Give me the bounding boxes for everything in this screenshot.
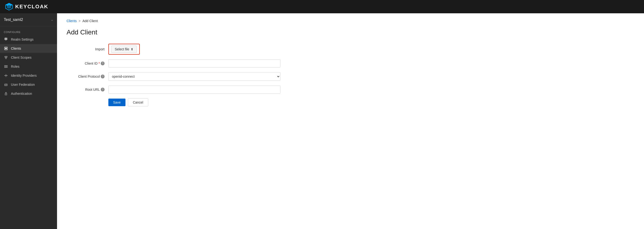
- svg-rect-8: [4, 65, 8, 66]
- logo-text: KEYCLOAK: [15, 4, 48, 10]
- client-scopes-icon: [4, 55, 8, 60]
- root-url-label: Root URL ?: [66, 88, 104, 92]
- import-row: Import Select file ⬆: [66, 44, 280, 55]
- svg-marker-12: [4, 75, 5, 76]
- breadcrumb: Clients > Add Client: [66, 19, 634, 23]
- page-title: Add Client: [66, 28, 634, 36]
- breadcrumb-separator: >: [79, 19, 80, 23]
- upload-icon: ⬆: [131, 48, 133, 51]
- client-protocol-row: Client Protocol ? openid-connect saml: [66, 72, 280, 81]
- sidebar-item-clients-label: Clients: [11, 46, 21, 50]
- svg-point-16: [4, 84, 7, 84]
- client-id-help-icon[interactable]: ?: [101, 62, 104, 65]
- form-buttons: Save Cancel: [108, 98, 280, 106]
- realm-chevron-icon: ⌄: [51, 18, 53, 22]
- clients-icon: [4, 46, 8, 50]
- client-id-label: Client ID * ?: [66, 62, 104, 65]
- sidebar-item-authentication-label: Authentication: [11, 92, 32, 96]
- import-file-section: Select file ⬆: [108, 44, 140, 55]
- client-id-input[interactable]: [108, 60, 280, 68]
- client-protocol-select[interactable]: openid-connect saml: [108, 72, 280, 81]
- root-url-row: Root URL ?: [66, 86, 280, 94]
- realm-selector[interactable]: Test_saml2 ⌄: [0, 13, 57, 26]
- sidebar-item-user-federation-label: User Federation: [11, 83, 35, 86]
- sidebar: Test_saml2 ⌄ Configure Realm Settings Cl…: [0, 13, 57, 229]
- sidebar-item-user-federation[interactable]: User Federation: [0, 80, 57, 89]
- sidebar-item-identity-providers-label: Identity Providers: [11, 74, 36, 78]
- svg-point-7: [6, 58, 7, 59]
- import-control: Select file ⬆: [108, 44, 280, 55]
- root-url-control: [108, 86, 280, 94]
- client-id-row: Client ID * ?: [66, 60, 280, 68]
- sidebar-item-realm-settings-label: Realm Settings: [11, 38, 34, 41]
- sidebar-item-client-scopes-label: Client Scopes: [11, 56, 31, 60]
- sidebar-item-roles-label: Roles: [11, 64, 20, 68]
- svg-rect-4: [5, 48, 7, 49]
- select-file-label: Select file: [115, 47, 129, 51]
- breadcrumb-current: Add Client: [82, 19, 98, 23]
- select-file-button[interactable]: Select file ⬆: [111, 46, 137, 53]
- sidebar-item-identity-providers[interactable]: Identity Providers: [0, 71, 57, 80]
- configure-section-label: Configure: [0, 26, 57, 35]
- sidebar-item-realm-settings[interactable]: Realm Settings: [0, 35, 57, 44]
- cancel-button[interactable]: Cancel: [128, 98, 148, 106]
- realm-settings-icon: [4, 37, 8, 42]
- svg-point-18: [6, 94, 6, 94]
- authentication-icon: [4, 92, 8, 96]
- root-url-help-icon[interactable]: ?: [101, 88, 104, 92]
- svg-rect-9: [4, 66, 8, 67]
- topbar: KEYCLOAK: [0, 0, 644, 13]
- user-federation-icon: [4, 82, 8, 87]
- sidebar-item-authentication[interactable]: Authentication: [0, 89, 57, 98]
- keycloak-logo-icon: [5, 2, 13, 11]
- client-protocol-label: Client Protocol ?: [66, 74, 104, 78]
- main-content: Clients > Add Client Add Client Import S…: [57, 13, 644, 229]
- realm-name: Test_saml2: [4, 18, 23, 22]
- sidebar-item-client-scopes[interactable]: Client Scopes: [0, 53, 57, 62]
- svg-point-5: [5, 56, 6, 58]
- svg-rect-10: [4, 67, 8, 68]
- add-client-form: Import Select file ⬆ Client ID * ?: [66, 44, 280, 106]
- roles-icon: [4, 64, 8, 69]
- client-id-control: [108, 60, 280, 68]
- save-button[interactable]: Save: [108, 98, 126, 106]
- identity-providers-icon: [4, 74, 8, 78]
- svg-point-11: [6, 75, 6, 76]
- svg-marker-13: [7, 75, 8, 76]
- root-url-input[interactable]: [108, 86, 280, 94]
- svg-point-6: [6, 56, 7, 58]
- breadcrumb-clients-link[interactable]: Clients: [66, 19, 77, 23]
- sidebar-item-clients[interactable]: Clients: [0, 44, 57, 53]
- client-protocol-help-icon[interactable]: ?: [101, 74, 104, 78]
- logo: KEYCLOAK: [5, 2, 48, 11]
- sidebar-item-roles[interactable]: Roles: [0, 62, 57, 71]
- required-indicator: *: [98, 62, 100, 65]
- client-protocol-control: openid-connect saml: [108, 72, 280, 81]
- import-label: Import: [66, 47, 104, 51]
